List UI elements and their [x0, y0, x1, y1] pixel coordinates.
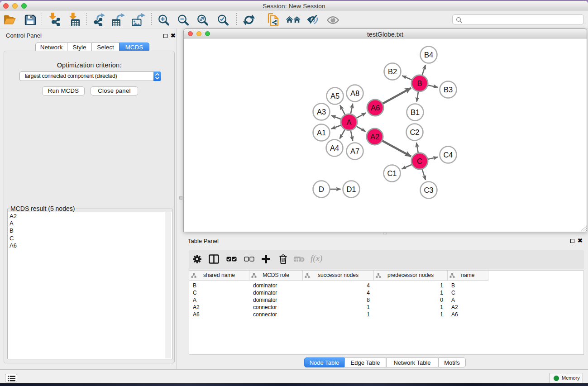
- svg-text:A7: A7: [350, 147, 359, 155]
- svg-text:B: B: [417, 79, 422, 87]
- svg-text:C2: C2: [410, 128, 419, 136]
- svg-text:B1: B1: [411, 108, 420, 116]
- svg-text:A4: A4: [330, 144, 339, 152]
- svg-text:D: D: [319, 185, 324, 193]
- svg-text:C3: C3: [424, 186, 433, 194]
- svg-text:A2: A2: [370, 133, 379, 141]
- svg-text:A8: A8: [350, 89, 359, 97]
- svg-text:B2: B2: [388, 67, 397, 76]
- svg-text:A6: A6: [371, 104, 380, 112]
- svg-text:A5: A5: [330, 92, 339, 100]
- svg-text:A3: A3: [317, 108, 326, 116]
- svg-text:C: C: [417, 157, 422, 165]
- svg-text:B3: B3: [444, 86, 453, 94]
- svg-text:C4: C4: [443, 151, 453, 159]
- svg-text:B4: B4: [424, 51, 433, 59]
- svg-text:C1: C1: [387, 169, 397, 177]
- svg-text:A1: A1: [317, 129, 326, 137]
- svg-text:D1: D1: [346, 185, 356, 193]
- svg-text:A: A: [346, 118, 351, 126]
